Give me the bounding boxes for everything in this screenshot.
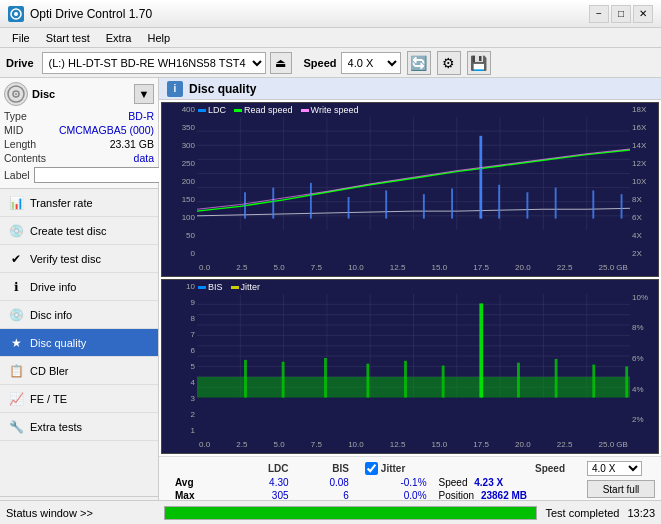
sidebar-item-create-test-disc[interactable]: 💿 Create test disc <box>0 217 158 245</box>
type-label: Type <box>4 110 27 122</box>
svg-rect-64 <box>592 365 595 398</box>
disc-quality-header-icon: i <box>167 81 183 97</box>
legend-write-speed: Write speed <box>301 105 359 115</box>
disc-panel: Disc ▼ Type BD-R MID CMCMAGBA5 (000) Len… <box>0 78 158 189</box>
speed-static-label: Speed 4.23 X <box>435 476 573 489</box>
content-area: i Disc quality LDC Read speed <box>159 78 661 524</box>
svg-rect-60 <box>442 366 445 398</box>
menu-bar: File Start test Extra Help <box>0 28 661 48</box>
save-button[interactable]: 💾 <box>467 51 491 75</box>
extra-tests-label: Extra tests <box>30 421 82 433</box>
sidebar-item-verify-test-disc[interactable]: ✔ Verify test disc <box>0 245 158 273</box>
close-button[interactable]: ✕ <box>633 5 653 23</box>
sidebar-item-disc-quality[interactable]: ★ Disc quality <box>0 329 158 357</box>
svg-rect-23 <box>272 188 274 219</box>
svg-rect-32 <box>555 188 557 219</box>
cd-bler-icon: 📋 <box>8 363 24 379</box>
svg-rect-27 <box>423 194 425 218</box>
length-label: Length <box>4 138 36 150</box>
menu-extra[interactable]: Extra <box>98 30 140 46</box>
fe-te-icon: 📈 <box>8 391 24 407</box>
disc-quality-label: Disc quality <box>30 337 86 349</box>
legend-ldc-label: LDC <box>208 105 226 115</box>
window-controls[interactable]: − □ ✕ <box>589 5 653 23</box>
mid-label: MID <box>4 124 23 136</box>
sidebar-item-extra-tests[interactable]: 🔧 Extra tests <box>0 413 158 441</box>
col-header-ldc: LDC <box>221 461 297 476</box>
menu-start-test[interactable]: Start test <box>38 30 98 46</box>
contents-value: data <box>134 152 154 164</box>
sidebar-item-cd-bler[interactable]: 📋 CD Bler <box>0 357 158 385</box>
legend-bis: BIS <box>198 282 223 292</box>
speed-select[interactable]: 4.0 X <box>341 52 401 74</box>
svg-rect-29 <box>479 136 482 219</box>
sidebar-item-transfer-rate[interactable]: 📊 Transfer rate <box>0 189 158 217</box>
mid-value: CMCMAGBA5 (000) <box>59 124 154 136</box>
svg-rect-34 <box>621 194 623 218</box>
length-value: 23.31 GB <box>110 138 154 150</box>
stats-avg-row: Avg 4.30 0.08 -0.1% Speed 4.23 X <box>167 476 573 489</box>
avg-jitter: -0.1% <box>357 476 435 489</box>
create-test-disc-label: Create test disc <box>30 225 106 237</box>
disc-quality-header: i Disc quality <box>159 78 661 100</box>
col-header-speed: Speed <box>435 461 573 476</box>
sidebar-item-disc-info[interactable]: 💿 Disc info <box>0 301 158 329</box>
eject-button[interactable]: ⏏ <box>270 52 292 74</box>
disc-options-button[interactable]: ▼ <box>134 84 154 104</box>
disc-label: Disc <box>32 88 55 100</box>
legend-write-speed-label: Write speed <box>311 105 359 115</box>
verify-test-disc-label: Verify test disc <box>30 253 101 265</box>
create-test-disc-icon: 💿 <box>8 223 24 239</box>
drive-select[interactable]: (L:) HL-DT-ST BD-RE WH16NS58 TST4 <box>42 52 266 74</box>
start-full-button[interactable]: Start full <box>587 480 655 498</box>
cd-bler-label: CD Bler <box>30 365 69 377</box>
bottom-status-bar: Status window >> Test completed 13:23 <box>0 500 661 524</box>
menu-file[interactable]: File <box>4 30 38 46</box>
svg-rect-59 <box>404 361 407 398</box>
speed-label: Speed <box>304 57 337 69</box>
maximize-button[interactable]: □ <box>611 5 631 23</box>
disc-mid-row: MID CMCMAGBA5 (000) <box>4 124 154 136</box>
avg-ldc: 4.30 <box>221 476 297 489</box>
speed-select-small[interactable]: 4.0 X <box>587 461 642 476</box>
disc-info-label: Disc info <box>30 309 72 321</box>
avg-bis: 0.08 <box>297 476 357 489</box>
speed-value: 4.23 X <box>474 477 503 488</box>
svg-rect-26 <box>385 190 387 218</box>
minimize-button[interactable]: − <box>589 5 609 23</box>
disc-icon <box>4 82 28 106</box>
disc-label-row: Label ✎ <box>4 166 154 184</box>
svg-point-4 <box>15 93 17 95</box>
svg-rect-55 <box>244 360 247 398</box>
drive-bar: Drive (L:) HL-DT-ST BD-RE WH16NS58 TST4 … <box>0 48 661 78</box>
sidebar-item-fe-te[interactable]: 📈 FE / TE <box>0 385 158 413</box>
charts-area: LDC Read speed Write speed 400 350 30 <box>159 100 661 456</box>
contents-label: Contents <box>4 152 46 164</box>
jitter-checkbox[interactable] <box>365 462 378 475</box>
window-title: Opti Drive Control 1.70 <box>30 7 152 21</box>
svg-rect-58 <box>366 364 369 398</box>
jitter-checkbox-area: Jitter <box>365 462 427 475</box>
bottom-status-window-button[interactable]: Status window >> <box>6 507 156 519</box>
bis-y-axis-right: 10% 8% 6% 4% 2% <box>630 280 658 435</box>
ldc-y-axis-left: 400 350 300 250 200 150 100 50 0 <box>162 103 197 258</box>
app-icon <box>8 6 24 22</box>
legend-bis-label: BIS <box>208 282 223 292</box>
type-value: BD-R <box>128 110 154 122</box>
jitter-check-label: Jitter <box>381 463 405 474</box>
svg-rect-31 <box>526 192 528 218</box>
ldc-chart-legend: LDC Read speed Write speed <box>198 105 358 115</box>
label-input[interactable] <box>34 167 167 183</box>
legend-read-speed: Read speed <box>234 105 293 115</box>
svg-rect-61 <box>479 303 483 397</box>
ldc-chart-svg <box>197 117 630 230</box>
col-header-empty <box>167 461 221 476</box>
legend-ldc: LDC <box>198 105 226 115</box>
sidebar-item-drive-info[interactable]: ℹ Drive info <box>0 273 158 301</box>
main-layout: Disc ▼ Type BD-R MID CMCMAGBA5 (000) Len… <box>0 78 661 524</box>
menu-help[interactable]: Help <box>139 30 178 46</box>
svg-rect-63 <box>555 359 558 398</box>
fe-te-label: FE / TE <box>30 393 67 405</box>
refresh-button[interactable]: 🔄 <box>407 51 431 75</box>
config-button[interactable]: ⚙ <box>437 51 461 75</box>
